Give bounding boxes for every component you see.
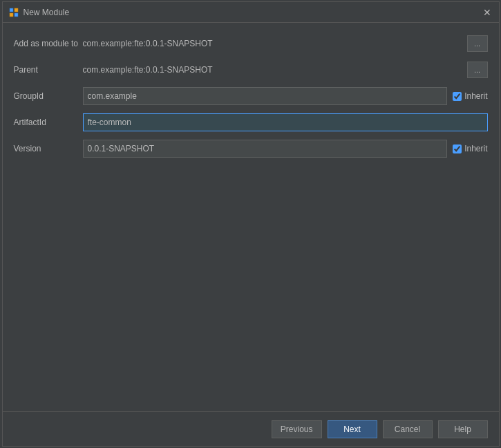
- form-content: Add as module to com.example:fte:0.0.1-S…: [3, 23, 499, 411]
- next-button[interactable]: Next: [328, 420, 377, 438]
- parent-row: Parent com.example:fte:0.0.1-SNAPSHOT ..…: [14, 60, 488, 80]
- add-as-module-row: Add as module to com.example:fte:0.0.1-S…: [14, 34, 488, 53]
- parent-value: com.example:fte:0.0.1-SNAPSHOT: [83, 65, 463, 75]
- svg-rect-3: [15, 13, 18, 17]
- add-as-module-value-group: com.example:fte:0.0.1-SNAPSHOT ...: [83, 35, 488, 52]
- close-button[interactable]: ✕: [481, 6, 493, 19]
- title-bar-left: New Module: [8, 7, 70, 18]
- add-as-module-label: Add as module to: [14, 39, 83, 48]
- parent-value-group: com.example:fte:0.0.1-SNAPSHOT ...: [83, 62, 488, 78]
- dialog-footer: Previous Next Cancel Help: [3, 411, 499, 446]
- cancel-button[interactable]: Cancel: [383, 420, 433, 438]
- version-input[interactable]: [83, 140, 448, 158]
- new-module-dialog: New Module ✕ Add as module to com.exampl…: [2, 1, 500, 447]
- group-id-row: GroupId Inherit: [14, 86, 488, 106]
- parent-label: Parent: [14, 65, 83, 75]
- svg-rect-1: [15, 8, 18, 12]
- group-id-inherit-label[interactable]: Inherit: [453, 91, 487, 101]
- dialog-title: New Module: [23, 8, 70, 17]
- title-bar: New Module ✕: [3, 2, 499, 23]
- svg-rect-2: [10, 13, 13, 17]
- previous-button[interactable]: Previous: [272, 420, 322, 438]
- artifact-id-row: ArtifactId: [14, 113, 488, 132]
- version-inherit-label[interactable]: Inherit: [453, 144, 487, 153]
- parent-browse-button[interactable]: ...: [467, 62, 488, 78]
- group-id-input-group: Inherit: [83, 87, 488, 105]
- group-id-label: GroupId: [14, 91, 83, 101]
- artifact-id-input[interactable]: [83, 113, 488, 131]
- artifact-id-label: ArtifactId: [14, 118, 83, 127]
- version-row: Version Inherit: [14, 139, 488, 158]
- add-as-module-value: com.example:fte:0.0.1-SNAPSHOT: [83, 39, 463, 48]
- module-icon: [8, 7, 19, 18]
- group-id-input[interactable]: [83, 87, 448, 105]
- version-label: Version: [14, 144, 83, 153]
- group-id-inherit-checkbox[interactable]: [453, 92, 462, 101]
- add-as-module-browse-button[interactable]: ...: [467, 35, 488, 52]
- version-input-group: Inherit: [83, 140, 488, 158]
- help-button[interactable]: Help: [438, 420, 488, 438]
- svg-rect-0: [10, 8, 13, 12]
- version-inherit-checkbox[interactable]: [453, 144, 462, 153]
